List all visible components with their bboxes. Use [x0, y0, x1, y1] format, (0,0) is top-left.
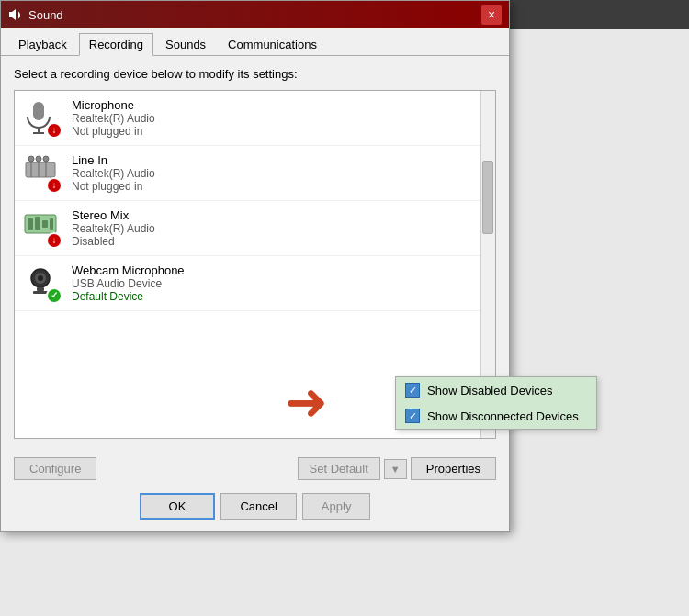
- svg-point-7: [28, 156, 34, 162]
- tab-playback[interactable]: Playback: [8, 33, 77, 56]
- bottom-buttons-row: Configure Set Default ▼ Properties: [1, 450, 509, 487]
- apply-button[interactable]: Apply: [302, 493, 371, 520]
- svg-point-17: [38, 275, 43, 281]
- set-default-button[interactable]: Set Default: [298, 457, 380, 480]
- right-buttons-group: Set Default ▼ Properties: [298, 457, 496, 480]
- device-icon-webcam: ✓: [24, 265, 61, 302]
- dialog-title: Sound: [28, 8, 63, 22]
- stereomix-status: Disabled: [72, 235, 486, 248]
- svg-rect-14: [50, 218, 53, 230]
- microphone-sub: Realtek(R) Audio: [72, 112, 486, 125]
- linein-name: Line In: [72, 153, 486, 167]
- linein-status-badge: ↓: [46, 177, 62, 194]
- svg-rect-0: [33, 102, 44, 120]
- cancel-button[interactable]: Cancel: [220, 493, 296, 520]
- ok-row: OK Cancel Apply: [1, 487, 509, 531]
- svg-rect-11: [28, 218, 33, 230]
- dialog-description: Select a recording device below to modif…: [14, 67, 496, 81]
- context-label-disabled: Show Disabled Devices: [427, 384, 553, 398]
- context-menu-item-disconnected[interactable]: ✓ Show Disconnected Devices: [396, 403, 596, 429]
- scrollbar-thumb[interactable]: [482, 161, 493, 234]
- device-item-stereomix[interactable]: ↓ Stereo Mix Realtek(R) Audio Disabled: [15, 201, 495, 256]
- microphone-status-badge: ↓: [46, 122, 62, 139]
- svg-point-8: [36, 156, 41, 162]
- linein-info: Line In Realtek(R) Audio Not plugged in: [72, 153, 486, 193]
- webcam-name: Webcam Microphone: [72, 263, 486, 277]
- sound-dialog: Sound × Playback Recording Sounds Commun…: [0, 0, 510, 532]
- microphone-name: Microphone: [72, 98, 486, 112]
- checkbox-disabled-devices[interactable]: ✓: [405, 383, 420, 398]
- svg-point-9: [43, 156, 49, 162]
- microphone-info: Microphone Realtek(R) Audio Not plugged …: [72, 98, 486, 138]
- device-icon-microphone: ↓: [24, 100, 61, 137]
- stereomix-sub: Realtek(R) Audio: [72, 222, 486, 235]
- linein-status: Not plugged in: [72, 180, 486, 193]
- set-default-dropdown[interactable]: ▼: [384, 459, 407, 479]
- properties-button[interactable]: Properties: [411, 457, 496, 480]
- tab-communications[interactable]: Communications: [218, 33, 327, 56]
- stereomix-name: Stereo Mix: [72, 208, 486, 222]
- stereomix-status-badge: ↓: [46, 232, 62, 249]
- context-label-disconnected: Show Disconnected Devices: [427, 409, 579, 423]
- context-menu-item-disabled[interactable]: ✓ Show Disabled Devices: [396, 377, 596, 403]
- tabs-bar: Playback Recording Sounds Communications: [1, 28, 509, 56]
- ok-button[interactable]: OK: [140, 493, 216, 520]
- checkbox-disconnected-devices[interactable]: ✓: [405, 409, 420, 423]
- tab-sounds[interactable]: Sounds: [155, 33, 216, 56]
- microphone-status: Not plugged in: [72, 125, 486, 138]
- webcam-sub: USB Audio Device: [72, 277, 486, 290]
- title-bar-left: Sound: [8, 7, 63, 22]
- title-bar: Sound ×: [1, 1, 509, 28]
- webcam-info: Webcam Microphone USB Audio Device Defau…: [72, 263, 486, 303]
- webcam-status-badge: ✓: [46, 287, 62, 304]
- tab-recording[interactable]: Recording: [79, 33, 153, 56]
- configure-button[interactable]: Configure: [14, 457, 96, 480]
- webcam-status: Default Device: [72, 290, 486, 303]
- svg-rect-18: [37, 287, 44, 291]
- linein-sub: Realtek(R) Audio: [72, 167, 486, 180]
- device-item-microphone[interactable]: ↓ Microphone Realtek(R) Audio Not plugge…: [15, 91, 495, 146]
- svg-rect-3: [26, 162, 55, 177]
- context-menu: ✓ Show Disabled Devices ✓ Show Disconnec…: [395, 376, 597, 430]
- svg-rect-13: [42, 220, 48, 228]
- sound-icon: [8, 7, 23, 22]
- device-icon-stereomix: ↓: [24, 210, 61, 247]
- stereomix-info: Stereo Mix Realtek(R) Audio Disabled: [72, 208, 486, 248]
- close-button[interactable]: ×: [481, 5, 502, 25]
- arrow-right-icon: ➜: [285, 376, 328, 428]
- device-item-linein[interactable]: ↓ Line In Realtek(R) Audio Not plugged i…: [15, 146, 495, 201]
- device-icon-linein: ↓: [24, 155, 61, 192]
- svg-rect-12: [35, 217, 40, 230]
- device-item-webcam[interactable]: ✓ Webcam Microphone USB Audio Device Def…: [15, 256, 495, 311]
